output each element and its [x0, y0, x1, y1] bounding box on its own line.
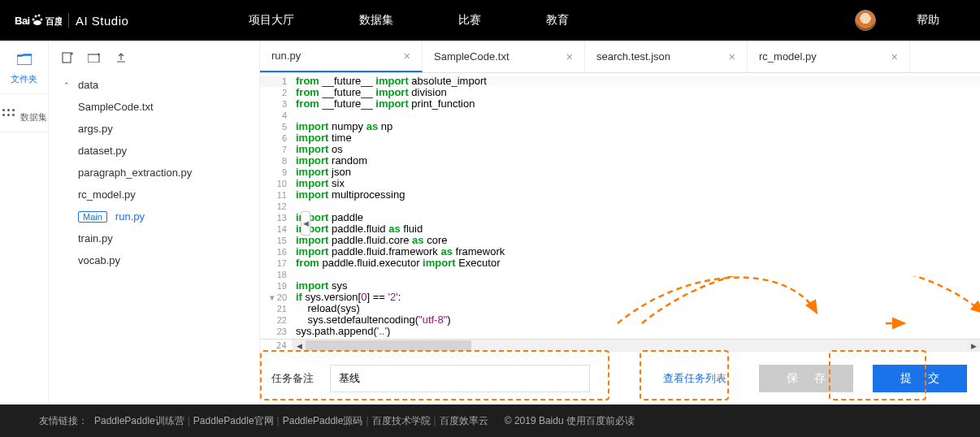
footer-link[interactable]: PaddlePaddle官网	[193, 415, 274, 426]
scroll-track[interactable]	[306, 340, 967, 352]
svg-point-2	[38, 15, 41, 17]
left-rail-files-label: 文件夹	[11, 74, 37, 84]
footer-link[interactable]: PaddlePaddle源码	[283, 415, 363, 426]
avatar[interactable]	[855, 10, 876, 31]
svg-point-4	[41, 19, 43, 21]
file-label: vocab.py	[78, 254, 120, 266]
submit-button[interactable]: 提 交	[873, 365, 967, 392]
editor-tabs: run.py×SampleCode.txt×search.test.json×r…	[260, 41, 980, 73]
file-label: train.py	[78, 232, 113, 244]
file-item-rc_model-py[interactable]: rc_model.py	[54, 184, 254, 206]
footer-link[interactable]: 百度技术学院	[372, 415, 431, 426]
scroll-right-icon[interactable]: ▶	[967, 340, 980, 352]
tab-run-py[interactable]: run.py×	[260, 41, 423, 72]
file-item-dataset-py[interactable]: dataset.py	[54, 140, 254, 162]
code-lines[interactable]: from __future__ import absolute_importfr…	[293, 73, 980, 339]
save-button[interactable]: 保 存	[759, 365, 853, 392]
new-file-icon[interactable]	[62, 52, 73, 66]
svg-point-1	[35, 15, 37, 18]
file-item-SampleCode-txt[interactable]: SampleCode.txt	[54, 96, 254, 118]
chevron-down-icon: ⌃	[63, 81, 72, 89]
editor-area: run.py×SampleCode.txt×search.test.json×r…	[260, 41, 980, 405]
left-rail-datasets[interactable]: 数据集	[0, 94, 48, 132]
file-item-vocab-py[interactable]: vocab.py	[54, 249, 254, 271]
panel-collapse-handle[interactable]: ◀	[301, 211, 310, 236]
h-scrollbar[interactable]: 24 ◀ ▶	[260, 339, 980, 352]
footer: 友情链接： PaddlePaddle训练营|PaddlePaddle官网|Pad…	[0, 405, 980, 437]
file-label: args.py	[78, 123, 113, 135]
gutter-last-line: 24	[260, 340, 293, 352]
file-item-args-py[interactable]: args.py	[54, 118, 254, 140]
tab-search-test-json[interactable]: search.test.json×	[585, 41, 748, 72]
upload-icon[interactable]	[115, 52, 127, 66]
line-gutter: 12345678910111213141516171819▾ 20212223	[260, 73, 293, 339]
baidu-logo: Bai百度	[15, 11, 62, 30]
tab-label: run.py	[271, 50, 301, 62]
tab-rc_model-py[interactable]: rc_model.py×	[748, 41, 910, 72]
files-panel: ⌃ data SampleCode.txtargs.pydataset.pypa…	[49, 41, 260, 405]
code-editor[interactable]: 12345678910111213141516171819▾ 20212223 …	[260, 73, 980, 339]
logo-area: Bai百度 AI Studio	[0, 11, 143, 30]
nav-education[interactable]: 教育	[546, 13, 569, 28]
close-icon[interactable]: ×	[891, 50, 898, 63]
svg-point-3	[33, 19, 35, 21]
svg-rect-9	[88, 54, 99, 63]
new-folder-icon[interactable]	[88, 52, 101, 66]
file-label: dataset.py	[78, 145, 127, 157]
file-label: SampleCode.txt	[78, 101, 154, 113]
svg-rect-7	[17, 55, 32, 65]
left-rail: 文件夹 数据集	[0, 41, 49, 405]
nav-help[interactable]: 帮助	[917, 13, 939, 28]
close-icon[interactable]: ×	[566, 50, 573, 63]
footer-copyright: © 2019 Baidu 使用百度前必读	[505, 414, 635, 428]
footer-link[interactable]: 百度效率云	[440, 415, 488, 426]
file-label: run.py	[115, 210, 145, 223]
file-item-paragraph_extraction-py[interactable]: paragraph_extraction.py	[54, 162, 254, 184]
task-note-label: 任务备注	[271, 371, 314, 386]
folder-icon	[0, 54, 48, 68]
nav-datasets[interactable]: 数据集	[359, 13, 393, 28]
file-tree: ⌃ data SampleCode.txtargs.pydataset.pypa…	[49, 74, 259, 271]
tab-SampleCode-txt[interactable]: SampleCode.txt×	[423, 41, 585, 72]
svg-point-5	[33, 20, 41, 25]
nav-right: 帮助	[855, 10, 980, 31]
logo-separator	[68, 13, 69, 28]
left-rail-datasets-label: 数据集	[20, 112, 47, 122]
file-label: paragraph_extraction.py	[78, 167, 192, 179]
left-rail-files[interactable]: 文件夹	[0, 41, 48, 94]
tab-label: rc_model.py	[759, 50, 817, 63]
nav-projects[interactable]: 项目大厅	[249, 13, 294, 28]
tab-label: SampleCode.txt	[434, 50, 510, 63]
scroll-left-icon[interactable]: ◀	[293, 340, 306, 352]
svg-text:百度: 百度	[45, 16, 62, 26]
nav-competition[interactable]: 比赛	[458, 13, 481, 28]
file-label: rc_model.py	[78, 188, 136, 201]
task-note-input[interactable]	[330, 365, 590, 392]
tab-label: search.test.json	[596, 50, 670, 63]
top-nav: Bai百度 AI Studio 项目大厅 数据集 比赛 教育 帮助	[0, 0, 980, 41]
view-tasks-link[interactable]: 查看任务列表	[663, 371, 726, 386]
grid-dots-icon	[1, 107, 17, 120]
folder-data[interactable]: ⌃ data	[54, 74, 254, 96]
file-item-train-py[interactable]: train.py	[54, 227, 254, 249]
footer-link[interactable]: PaddlePaddle训练营	[94, 415, 184, 426]
scroll-thumb[interactable]	[306, 340, 471, 351]
file-toolbar	[49, 47, 259, 74]
ai-studio-logo: AI Studio	[76, 14, 128, 28]
main-area: 文件夹 数据集 ⌃ data SampleCode.txtargs.pydata…	[0, 41, 980, 405]
svg-rect-8	[63, 53, 71, 63]
folder-label: data	[78, 79, 98, 91]
main-badge: Main	[78, 211, 107, 223]
file-item-run-py[interactable]: Mainrun.py	[54, 206, 254, 227]
svg-text:Bai: Bai	[15, 15, 30, 27]
close-icon[interactable]: ×	[729, 50, 735, 63]
footer-friend-label: 友情链接：	[39, 414, 88, 428]
nav-items: 项目大厅 数据集 比赛 教育	[249, 13, 569, 28]
close-icon[interactable]: ×	[404, 50, 410, 63]
submit-bar: 任务备注 查看任务列表 保 存 提 交	[260, 352, 980, 405]
